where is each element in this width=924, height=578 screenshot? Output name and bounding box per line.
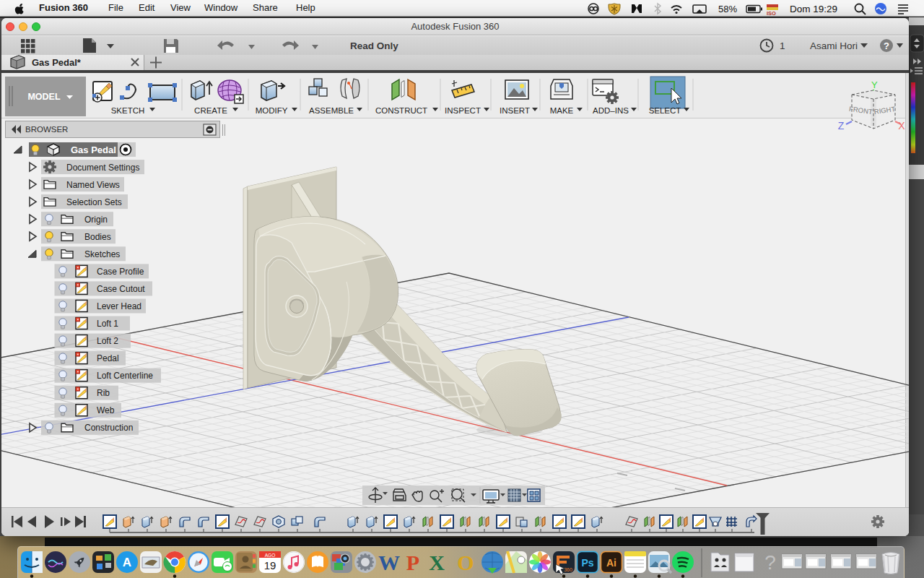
svg-text:Loft 1: Loft 1 [97, 319, 118, 329]
svg-text:W: W [378, 551, 400, 574]
svg-text:INSPECT: INSPECT [445, 106, 481, 115]
svg-text:Loft Centerline: Loft Centerline [97, 371, 153, 381]
svg-text:Sketches: Sketches [84, 249, 120, 259]
svg-text:Read Only: Read Only [350, 40, 398, 51]
svg-text:A: A [123, 556, 131, 569]
svg-text:Named Views: Named Views [66, 180, 120, 190]
svg-text:MODIFY: MODIFY [256, 106, 288, 115]
svg-text:X: X [898, 120, 905, 131]
svg-text:Case Cutout: Case Cutout [97, 284, 145, 294]
svg-text:Origin: Origin [84, 215, 108, 225]
svg-text:1: 1 [780, 40, 785, 51]
svg-text:ISO: ISO [767, 10, 776, 17]
svg-text:Asami Hori: Asami Hori [810, 40, 858, 51]
svg-text:?: ? [884, 40, 889, 51]
svg-text:SKETCH: SKETCH [111, 106, 145, 115]
svg-text:ADD–INS: ADD–INS [593, 106, 629, 115]
svg-text:CREATE: CREATE [194, 106, 227, 115]
svg-text:MAKE: MAKE [550, 106, 574, 115]
svg-text:Ai: Ai [606, 557, 616, 569]
svg-text:Bodies: Bodies [84, 232, 111, 242]
svg-text:Document Settings: Document Settings [66, 163, 139, 173]
svg-text:Loft 2: Loft 2 [97, 336, 118, 346]
svg-text:Lever Head: Lever Head [97, 301, 141, 311]
svg-text:SELECT: SELECT [649, 106, 681, 115]
svg-text:INSERT: INSERT [500, 106, 530, 115]
svg-text:X: X [429, 551, 445, 574]
svg-text:Construction: Construction [84, 423, 133, 433]
svg-text:Case Profile: Case Profile [97, 267, 144, 277]
svg-text:ASSEMBLE: ASSEMBLE [309, 106, 354, 115]
svg-text:O: O [457, 551, 474, 574]
svg-text:AGO: AGO [265, 553, 275, 558]
svg-text:Web: Web [97, 405, 115, 415]
svg-text:Gas Pedal: Gas Pedal [71, 144, 116, 155]
svg-text:Dom 19:29: Dom 19:29 [790, 4, 837, 14]
svg-text:?: ? [764, 551, 776, 574]
svg-text:Ps: Ps [581, 557, 593, 569]
svg-text:Z: Z [838, 120, 845, 131]
svg-text:P: P [406, 551, 419, 574]
svg-text:CONSTRUCT: CONSTRUCT [375, 106, 427, 115]
svg-text:19: 19 [264, 559, 276, 571]
svg-text:Pedal: Pedal [97, 353, 119, 363]
svg-text:360: 360 [564, 567, 572, 572]
svg-text:Selection Sets: Selection Sets [66, 197, 122, 207]
svg-text:Rib: Rib [97, 388, 110, 398]
svg-text:MODEL: MODEL [27, 92, 61, 102]
svg-text:58%: 58% [718, 4, 737, 14]
svg-text:Gas Pedal*: Gas Pedal* [32, 57, 82, 68]
